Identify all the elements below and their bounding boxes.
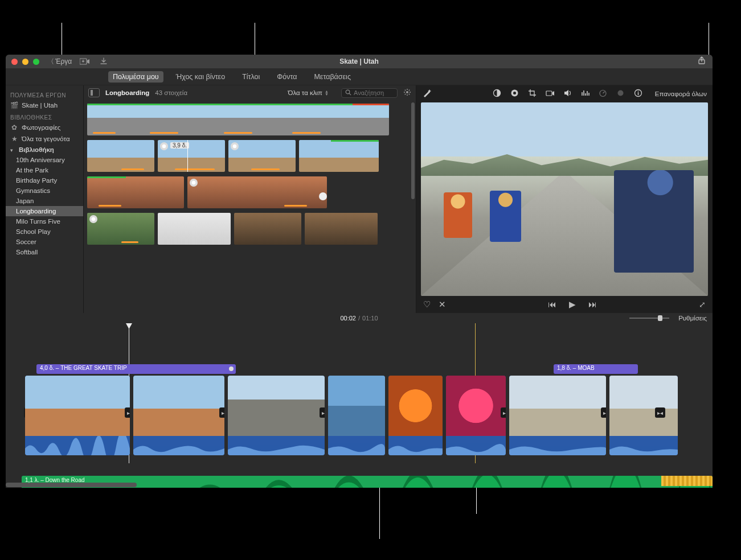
clip-filter-dropdown[interactable]: Όλα τα κλιπ ▲▼ bbox=[288, 89, 335, 96]
tab-audio-video[interactable]: Ήχος και βίντεο bbox=[171, 71, 230, 83]
sidebar-event-label: Softball bbox=[16, 249, 38, 256]
clip-thumbnail[interactable] bbox=[228, 140, 296, 172]
share-button[interactable] bbox=[698, 56, 706, 67]
timeline-clip[interactable] bbox=[328, 376, 385, 455]
sidebar-toggle-button[interactable] bbox=[88, 88, 100, 97]
favorite-bar bbox=[331, 140, 379, 142]
browser-scrollbar[interactable] bbox=[411, 102, 415, 199]
timeline-clip[interactable]: ▸◂ bbox=[25, 376, 130, 455]
clip-thumbnail[interactable] bbox=[234, 213, 301, 245]
volume-icon[interactable] bbox=[563, 89, 572, 99]
clip-thumbnail[interactable] bbox=[87, 176, 184, 208]
clip-thumbnail[interactable] bbox=[87, 213, 154, 245]
used-range-bar bbox=[292, 132, 321, 134]
play-button[interactable]: ▶ bbox=[569, 299, 576, 310]
title-clip[interactable]: 1,8 δ. – MOAB bbox=[554, 364, 638, 374]
tab-transitions[interactable]: Μεταβάσεις bbox=[309, 71, 355, 83]
color-balance-icon[interactable] bbox=[493, 89, 501, 99]
clip-thumbnail[interactable] bbox=[87, 140, 154, 172]
import-media-icon[interactable] bbox=[80, 57, 90, 66]
svg-point-9 bbox=[617, 90, 623, 96]
speed-icon[interactable] bbox=[599, 89, 607, 99]
sidebar-event-item[interactable]: Longboarding bbox=[6, 206, 83, 216]
sidebar-event-item[interactable]: Birthday Party bbox=[6, 175, 83, 186]
timeline-zoom-slider[interactable] bbox=[629, 315, 669, 321]
transition-icon[interactable]: ▸◂ bbox=[125, 407, 130, 418]
timeline-clip[interactable]: ▸◂ bbox=[133, 376, 224, 455]
search-input[interactable] bbox=[354, 89, 394, 96]
reset-all-button[interactable]: Επαναφορά όλων bbox=[655, 90, 707, 97]
video-preview[interactable] bbox=[421, 102, 708, 296]
fullscreen-button[interactable]: ⤢ bbox=[699, 300, 706, 309]
sidebar-event-label: Japan bbox=[16, 197, 34, 204]
prev-frame-button[interactable]: ⏮ bbox=[548, 299, 556, 310]
noise-reduction-icon[interactable] bbox=[616, 89, 625, 99]
clip-thumbnail[interactable]: 3,9 δ. bbox=[158, 140, 225, 172]
transition-icon[interactable]: ▸◂ bbox=[655, 407, 665, 418]
sidebar-item-project[interactable]: 🎬 Skate | Utah bbox=[6, 100, 83, 111]
tab-titles[interactable]: Τίτλοι bbox=[238, 71, 264, 83]
download-icon[interactable] bbox=[100, 57, 107, 66]
minimize-window-button[interactable] bbox=[22, 59, 28, 65]
sidebar-item-all-events[interactable]: ★ Όλα τα γεγονότα bbox=[6, 133, 83, 145]
sidebar-event-item[interactable]: Gymnastics bbox=[6, 186, 83, 196]
crop-icon[interactable] bbox=[528, 89, 537, 99]
timeline-clip[interactable]: ▸◂ bbox=[228, 376, 325, 455]
timeline-scrollbar[interactable] bbox=[6, 483, 137, 487]
sidebar-item-photos[interactable]: ✿ Φωτογραφίες bbox=[6, 122, 83, 133]
keyframe-dot-icon[interactable] bbox=[229, 367, 234, 371]
timeline-clip[interactable] bbox=[388, 376, 443, 455]
tab-my-media[interactable]: Πολυμέσα μου bbox=[108, 71, 163, 83]
title-clip[interactable]: 4,0 δ. – THE GREAT SKATE TRIP bbox=[36, 364, 236, 374]
reject-x-icon[interactable]: ✕ bbox=[439, 299, 446, 310]
timeline-clip[interactable] bbox=[609, 376, 678, 455]
svg-point-6 bbox=[513, 92, 516, 94]
tab-backgrounds[interactable]: Φόντα bbox=[272, 71, 301, 83]
search-field[interactable] bbox=[341, 88, 398, 98]
magic-wand-icon[interactable] bbox=[422, 88, 432, 100]
timeline[interactable]: 4,0 δ. – THE GREAT SKATE TRIP 1,8 δ. – M… bbox=[6, 323, 713, 488]
sidebar-event-item[interactable]: 10th Anniversary bbox=[6, 155, 83, 165]
transition-icon[interactable]: ▸◂ bbox=[219, 407, 224, 418]
next-frame-button[interactable]: ⏭ bbox=[588, 299, 597, 310]
disclosure-triangle-icon[interactable] bbox=[10, 146, 15, 153]
used-range-bar bbox=[93, 132, 116, 134]
browser-settings-button[interactable] bbox=[403, 88, 411, 97]
close-window-button[interactable] bbox=[11, 59, 18, 65]
clip-thumbnail[interactable] bbox=[299, 140, 379, 172]
sidebar-event-item[interactable]: School Play bbox=[6, 227, 83, 237]
favorite-heart-icon[interactable]: ♡ bbox=[423, 299, 431, 310]
total-time: 01:10 bbox=[362, 315, 378, 322]
clip-grid[interactable]: 3,9 δ. bbox=[84, 100, 416, 313]
sidebar-event-item[interactable]: Japan bbox=[6, 196, 83, 206]
back-to-projects-button[interactable]: 〈 Έργα bbox=[47, 57, 72, 67]
transition-icon[interactable]: ▸◂ bbox=[320, 407, 325, 418]
stabilize-icon[interactable] bbox=[546, 89, 554, 98]
sidebar-event-item[interactable]: At the Park bbox=[6, 165, 83, 175]
color-wheel-icon[interactable] bbox=[510, 89, 519, 99]
info-icon[interactable] bbox=[634, 89, 642, 99]
sidebar-event-label: Milo Turns Five bbox=[16, 218, 60, 225]
clip-thumbnail[interactable] bbox=[305, 213, 378, 245]
used-range-bar bbox=[121, 168, 144, 170]
equalizer-icon[interactable] bbox=[581, 89, 589, 99]
timeline-settings-button[interactable]: Ρυθμίσεις bbox=[678, 315, 707, 322]
sidebar-item-library[interactable]: Βιβλιοθήκη bbox=[6, 145, 83, 155]
timeline-clip[interactable]: ▸◂ bbox=[446, 376, 506, 455]
clip-thumb bbox=[328, 376, 385, 436]
audio-waveform bbox=[609, 436, 678, 455]
main-area: ΠΟΛΥΜΕΣΑ ΕΡΓΩΝ 🎬 Skate | Utah ΒΙΒΛΙΟΘΗΚΕ… bbox=[6, 85, 713, 313]
viewer-transport: ♡ ✕ ⏮ ▶ ⏭ ⤢ bbox=[416, 296, 713, 313]
window-traffic-lights[interactable] bbox=[11, 59, 39, 65]
sidebar-event-item[interactable]: Soccer bbox=[6, 237, 83, 247]
clip-thumbnail[interactable] bbox=[158, 213, 231, 245]
clip-thumbnail[interactable] bbox=[87, 104, 389, 135]
transition-icon[interactable]: ▸◂ bbox=[501, 407, 506, 418]
timeline-clip[interactable]: ▸◂ bbox=[509, 376, 606, 455]
sidebar-event-item[interactable]: Softball bbox=[6, 247, 83, 257]
transition-icon[interactable]: ▸◂ bbox=[601, 407, 606, 418]
browser-event-name: Longboarding bbox=[105, 89, 149, 96]
zoom-window-button[interactable] bbox=[33, 59, 39, 65]
clip-thumbnail[interactable] bbox=[187, 176, 327, 208]
sidebar-event-item[interactable]: Milo Turns Five bbox=[6, 216, 83, 227]
